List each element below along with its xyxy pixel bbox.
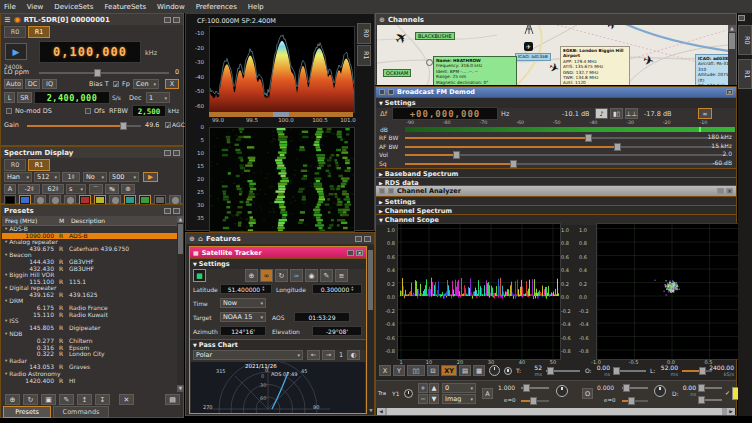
- home-icon[interactable]: ⌂: [198, 235, 203, 243]
- delay-slider[interactable]: [700, 387, 722, 389]
- device-tab-r1[interactable]: R1: [28, 26, 50, 38]
- averaging-mode-dropdown[interactable]: No: [83, 172, 107, 182]
- audio-bars-icon[interactable]: ▮▯: [610, 108, 623, 119]
- pass-chart-header[interactable]: Pass Chart: [190, 339, 366, 350]
- scroll-down-icon[interactable]: ▼: [368, 408, 374, 414]
- ofs-fine-slider[interactable]: [622, 400, 648, 402]
- ofs-checkbox[interactable]: [85, 108, 91, 114]
- scroll-down-icon[interactable]: ▼: [177, 385, 184, 392]
- amp-fine-slider[interactable]: [521, 400, 549, 402]
- stacked-icon[interactable]: ⊟: [427, 365, 439, 376]
- spectrum-display-tab-r1[interactable]: R1: [28, 159, 50, 171]
- preset-item-row[interactable]: 0.322RLondon City: [2, 351, 177, 358]
- waterfall-plot[interactable]: [209, 127, 355, 232]
- edit-icon[interactable]: ✎: [320, 269, 333, 282]
- xy-split-icon[interactable]: ▯▯: [407, 365, 425, 376]
- window-fn-dropdown[interactable]: Han: [4, 172, 32, 182]
- adsb-map[interactable]: ✈✈✈✈✈BLACKBUSHEOCKHAMICAO: ad13aBName: H…: [377, 25, 728, 85]
- trace-mode-dropdown[interactable]: Imag: [442, 394, 476, 404]
- time-base-slider[interactable]: [546, 370, 580, 372]
- range-stepper[interactable]: 62▲▼: [42, 184, 64, 194]
- span-icon[interactable]: ↹: [105, 184, 119, 194]
- preset-item-row[interactable]: 439.162R439.1625: [2, 292, 177, 299]
- trace-select-knob[interactable]: [404, 389, 413, 398]
- handle[interactable]: [614, 143, 621, 151]
- save-presets-icon[interactable]: ▣: [41, 394, 56, 405]
- menu-item-preferences[interactable]: Preferences: [196, 3, 237, 11]
- map-label-icao[interactable]: ICAO: ad13aB: [515, 53, 551, 61]
- stop-button[interactable]: ■: [193, 269, 206, 282]
- add-channel-icon[interactable]: ⊕: [379, 16, 385, 24]
- link-button[interactable]: ∞: [698, 108, 712, 119]
- menu-item-file[interactable]: File: [4, 3, 16, 11]
- intensity-knob[interactable]: [489, 365, 500, 376]
- link-icon[interactable]: ∞: [260, 269, 273, 282]
- trace-view-check[interactable]: ✓: [725, 389, 730, 396]
- device-status-icon[interactable]: ◉: [14, 15, 21, 24]
- spectrum-tab-r0[interactable]: R0: [357, 23, 371, 44]
- menu-item-devicesets[interactable]: DeviceSets: [54, 3, 93, 11]
- trace-up-button[interactable]: ▲: [429, 383, 439, 393]
- spectrum-display-titlebar[interactable]: Spectrum Display: [1, 147, 183, 158]
- scroll-handle[interactable]: [729, 33, 735, 49]
- scroll-up-icon[interactable]: ▲: [177, 216, 184, 223]
- scope-xy-plot[interactable]: [596, 223, 748, 360]
- y-only-button[interactable]: Y: [393, 365, 405, 376]
- channel-icon-1[interactable]: [379, 188, 385, 194]
- spectrum-display-tab-r0[interactable]: R0: [4, 159, 26, 171]
- col-desc[interactable]: Description: [71, 217, 105, 224]
- aircraft-tooltip[interactable]: ICAO: ad038BAircraft: PA-31-310Altitude:…: [695, 54, 728, 85]
- handle[interactable]: [453, 151, 460, 159]
- menu-item-featuresets[interactable]: FeatureSets: [104, 3, 146, 11]
- edit-preset-icon[interactable]: ✎: [59, 394, 74, 405]
- units-dropdown[interactable]: s: [66, 184, 86, 194]
- channel-icon-2[interactable]: [388, 89, 394, 95]
- delay-fine-slider[interactable]: [700, 399, 722, 401]
- scroll-handle[interactable]: [387, 408, 722, 415]
- menu-icon[interactable]: ≡: [335, 269, 348, 282]
- ofs-button[interactable]: O: [582, 388, 593, 399]
- features-scrollbar[interactable]: ▼: [368, 246, 374, 414]
- print-icon[interactable]: ▤: [165, 394, 180, 405]
- spectrum-tab-r1[interactable]: R1: [357, 45, 371, 66]
- l-button[interactable]: L: [4, 92, 15, 103]
- cen-dropdown[interactable]: Cen: [133, 79, 159, 89]
- add-preset-icon[interactable]: ⊕: [5, 394, 20, 405]
- shrink-icon[interactable]: [164, 150, 171, 156]
- chart-type-dropdown[interactable]: Polar: [193, 350, 303, 360]
- scroll-handle[interactable]: [368, 250, 373, 310]
- crosshair-icon[interactable]: ⊕: [121, 184, 135, 194]
- handle[interactable]: [585, 134, 592, 142]
- overlap-stepper[interactable]: 1▲▼: [62, 172, 80, 182]
- satellite-tracker-titlebar[interactable]: ▦ Satellite Tracker ✕: [190, 247, 366, 258]
- prev-pass-button[interactable]: ←: [307, 350, 320, 360]
- shrink-icon[interactable]: [355, 236, 362, 242]
- airport-tooltip[interactable]: EGKB: London Biggin Hill AirportAPP: 129…: [560, 46, 630, 85]
- preset-item-row[interactable]: 145.805RDigipeater: [2, 325, 177, 332]
- polar-pass-chart[interactable]: 2021/11/26AOS 07:490459027031503060: [191, 362, 365, 413]
- x-button[interactable]: X: [165, 79, 179, 89]
- focus-knob[interactable]: [504, 367, 512, 375]
- fm-demod-titlebar[interactable]: Broadcast FM Demod ✕: [376, 87, 736, 97]
- channels-titlebar[interactable]: ⊕ Channels: [376, 14, 736, 25]
- map-label-ockham[interactable]: OCKHAM: [383, 69, 411, 77]
- sr-button[interactable]: SR: [17, 92, 32, 103]
- ndb-marker-icon[interactable]: [426, 59, 433, 66]
- iq-button[interactable]: IQ: [42, 79, 57, 89]
- target-dropdown[interactable]: NOAA 15: [220, 312, 266, 322]
- agc-checkbox[interactable]: ✓: [165, 122, 171, 128]
- scope-trace-plot[interactable]: [397, 223, 561, 360]
- x-only-button[interactable]: X: [379, 365, 391, 376]
- spectrum-plot[interactable]: [209, 26, 355, 113]
- scroll-right-icon[interactable]: ▶: [727, 408, 735, 415]
- audio-mute-button[interactable]: ♪: [595, 108, 608, 119]
- auto-button[interactable]: Auto: [4, 79, 23, 89]
- dc-button[interactable]: DC: [25, 79, 40, 89]
- longitude-input[interactable]: 0.300000 ▲▼: [312, 284, 362, 294]
- ofs-slider[interactable]: [622, 387, 648, 389]
- presets-scrollbar[interactable]: ▲ ▼: [177, 216, 184, 392]
- menu-item-window[interactable]: Window: [157, 3, 185, 11]
- channel-frequency-display[interactable]: +00,000,000: [392, 107, 498, 120]
- nomod-checkbox[interactable]: [6, 108, 12, 114]
- amp-knob[interactable]: [556, 385, 568, 397]
